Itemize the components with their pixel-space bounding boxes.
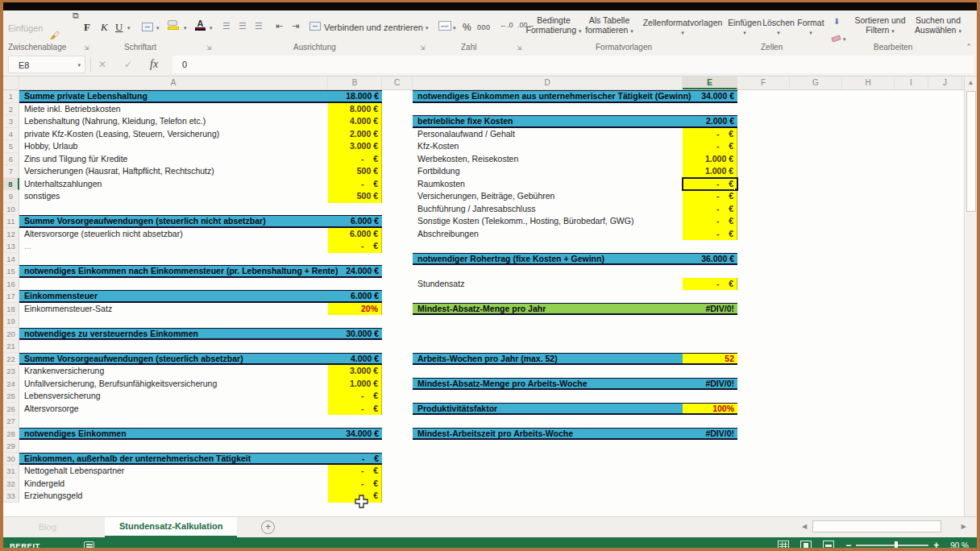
cell[interactable] (382, 290, 413, 303)
right-summary-bar-row14[interactable]: notwendiger Rohertrag (fixe Kosten + Gew… (413, 253, 737, 266)
cell[interactable]: Einkommensteuer-Satz (19, 303, 328, 316)
cell[interactable]: - € (683, 140, 737, 153)
cell[interactable] (382, 478, 413, 491)
left-summary-bar-row20[interactable]: notwendiges zu versteuerndes Einkommen30… (19, 328, 382, 341)
left-summary-bar-row30[interactable]: Einkommen, außerhalb der unternehmerisch… (19, 453, 382, 466)
cell[interactable] (382, 203, 413, 216)
decrease-indent-icon[interactable]: ⇤ (276, 21, 283, 31)
cell[interactable] (737, 115, 977, 128)
fill-color-icon[interactable] (168, 20, 179, 30)
row-header-4[interactable]: 4 (3, 128, 19, 141)
align-right-icon[interactable]: ☰ (255, 21, 262, 31)
cell[interactable] (737, 278, 977, 291)
left-summary-bar-row28[interactable]: notwendiges Einkommen34.000 € (19, 428, 382, 441)
cell[interactable] (737, 215, 977, 228)
column-header-I[interactable]: I (895, 77, 928, 89)
row-header-9[interactable]: 9 (3, 190, 19, 203)
left-summary-bar-row1[interactable]: Summe private Lebenshaltung18.000 € (19, 90, 382, 103)
cancel-icon[interactable]: ✕ (98, 56, 106, 73)
cell[interactable]: ... (19, 240, 328, 253)
cell[interactable] (382, 315, 413, 328)
cell[interactable] (737, 265, 977, 278)
cell[interactable]: - € (683, 190, 737, 203)
cell[interactable]: - € (683, 228, 737, 241)
row-header-2[interactable]: 2 (3, 103, 19, 116)
increase-decimal-icon[interactable]: ←.0 (500, 21, 513, 29)
row-header-15[interactable]: 15 (3, 265, 19, 278)
merge-center-button[interactable]: Verbinden und zentrieren (324, 23, 423, 32)
font-dialog-launcher[interactable]: ⇲ (206, 44, 212, 52)
cell[interactable] (737, 378, 977, 391)
cell[interactable]: Miete inkl. Betriebskosten (19, 103, 328, 116)
row-header-22[interactable]: 22 (3, 353, 19, 366)
merge-center-dropdown[interactable]: ▾ (426, 25, 429, 31)
left-summary-bar-row11[interactable]: Summe Vorsorgeaufwendungen (steuerlich n… (19, 215, 382, 228)
cell[interactable] (382, 153, 413, 166)
right-summary-bar-row22[interactable]: Arbeits-Wochen pro Jahr (max. 52)52 (413, 353, 737, 366)
cell[interactable]: 500 € (328, 165, 382, 178)
column-header-C[interactable]: C (382, 77, 413, 89)
cell[interactable] (737, 303, 977, 316)
right-summary-bar-row3[interactable]: betriebliche fixe Kosten2.000 € (413, 115, 737, 128)
row-header-32[interactable]: 32 (3, 478, 19, 491)
row-header-14[interactable]: 14 (3, 253, 19, 266)
cell[interactable] (737, 90, 977, 103)
align-left-icon[interactable]: ☰ (222, 21, 230, 31)
cell[interactable] (413, 290, 737, 303)
name-box[interactable]: E8 ▾ (8, 56, 85, 73)
cell[interactable] (413, 478, 737, 491)
horizontal-scroll-thumb[interactable] (812, 520, 941, 532)
cell[interactable]: Altersvorsorge (19, 403, 328, 416)
cell[interactable] (382, 328, 413, 341)
font-color-dropdown[interactable]: ▾ (210, 25, 213, 31)
cell[interactable] (737, 228, 977, 241)
row-header-16[interactable]: 16 (3, 278, 19, 291)
column-header-E[interactable]: E (683, 77, 737, 89)
cell[interactable]: 52 (683, 354, 737, 364)
cell[interactable] (382, 453, 413, 466)
cell[interactable] (382, 253, 413, 266)
row-header-12[interactable]: 12 (3, 228, 19, 241)
cell[interactable] (737, 415, 977, 428)
cell[interactable] (382, 103, 413, 116)
cell[interactable] (413, 328, 737, 341)
cell[interactable] (382, 390, 413, 403)
cell[interactable]: 2.000 € (328, 128, 382, 141)
cell[interactable] (382, 365, 413, 378)
cell[interactable] (382, 228, 413, 241)
cell[interactable]: Unfallversicherung, Berufsunfähigkeitsve… (19, 378, 328, 391)
find-select-button[interactable]: Suchen und Auswählen ▾ (909, 15, 967, 36)
right-summary-bar-row18[interactable]: Mindest-Absatz-Menge pro Jahr#DIV/0! (413, 303, 737, 316)
cell[interactable] (737, 490, 977, 503)
cell[interactable] (413, 490, 737, 503)
copy-icon[interactable]: ⧉ (73, 10, 79, 21)
cell[interactable] (413, 390, 737, 403)
cell[interactable] (737, 403, 977, 416)
row-header-7[interactable]: 7 (3, 165, 19, 178)
cell[interactable] (19, 415, 382, 428)
cell[interactable]: 1.000 € (683, 153, 737, 166)
cell[interactable] (19, 203, 382, 216)
right-summary-bar-row1[interactable]: notwendiges Einkommen aus unternehmerisc… (413, 90, 737, 103)
cell[interactable] (382, 190, 413, 203)
cell[interactable] (737, 103, 977, 116)
cell[interactable] (19, 253, 382, 266)
right-summary-bar-row26[interactable]: Produktivitätsfaktor100% (413, 403, 737, 416)
row-header-13[interactable]: 13 (3, 240, 19, 253)
paste-button[interactable]: Einfügen (8, 23, 43, 33)
right-summary-bar-row24[interactable]: Mindest-Absatz-Menge pro Arbeits-Woche#D… (413, 378, 737, 391)
column-header-J[interactable]: J (928, 77, 962, 89)
add-sheet-button[interactable]: + (261, 520, 275, 534)
cell[interactable] (737, 328, 977, 341)
active-cell-E8[interactable]: - € (683, 178, 737, 191)
macro-record-icon[interactable] (84, 541, 94, 550)
cell[interactable]: Personalaufwand / Gehalt (413, 128, 683, 141)
cell[interactable] (413, 315, 737, 328)
cell[interactable] (382, 265, 413, 278)
cell[interactable] (382, 303, 413, 316)
zoom-out-icon[interactable]: − (845, 540, 851, 551)
cell[interactable]: 1.000 € (328, 378, 382, 391)
cell[interactable] (382, 128, 413, 141)
cell[interactable] (737, 190, 977, 203)
row-header-30[interactable]: 30 (3, 453, 19, 466)
